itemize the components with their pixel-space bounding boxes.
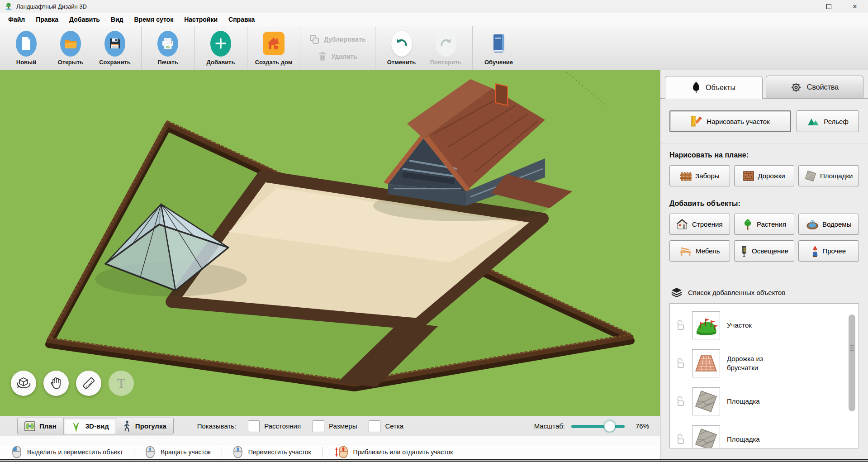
menu-daytime[interactable]: Время суток [128, 16, 179, 23]
plants-button[interactable]: Растения [734, 214, 795, 235]
scale-control: Масштаб: 76% [534, 421, 649, 432]
close-button[interactable]: ✕ [842, 0, 868, 13]
maximize-button[interactable] [816, 0, 842, 13]
title-bar: Ландшафтный Дизайн 3D — ✕ [0, 0, 868, 13]
checkbox-grid[interactable]: Сетка [369, 420, 403, 432]
distances-checkbox[interactable] [248, 420, 260, 432]
draw-on-plan-heading: Нарисовать на плане: [669, 151, 859, 159]
grid-checkbox[interactable] [369, 420, 380, 432]
window-title: Ландшафтный Дизайн 3D [16, 3, 87, 10]
buildings-button[interactable]: Строения [669, 214, 730, 235]
training-book-icon [488, 30, 510, 57]
tree-silhouette-icon [692, 82, 700, 94]
tab-properties[interactable]: Свойства [766, 76, 863, 98]
list-item-label: Дорожка из брусчатки [727, 354, 795, 373]
print-button[interactable]: Печать [147, 30, 189, 66]
mouse-wheel-icon [233, 446, 243, 458]
layers-icon [671, 287, 682, 297]
open-folder-icon [60, 31, 81, 57]
undo-icon [391, 31, 412, 57]
objects-list[interactable]: Участок Дорожка из брусчатки Площадка [669, 303, 859, 448]
objects-list-scrollbar[interactable] [849, 314, 855, 435]
show-label: Показывать: [197, 422, 237, 430]
create-house-button[interactable]: Создать дом [253, 30, 294, 66]
hint-separator [222, 447, 222, 457]
menu-settings[interactable]: Настройки [179, 16, 223, 23]
plot-actions-row: Нарисовать участок Рельеф [669, 110, 859, 132]
new-button[interactable]: Новый [5, 30, 47, 66]
pan-tool-button[interactable] [43, 371, 69, 396]
list-item-stone-area[interactable]: Площадка [670, 420, 859, 448]
menu-edit[interactable]: Правка [30, 16, 64, 23]
window-controls: — ✕ [789, 0, 868, 13]
furniture-button[interactable]: Мебель [669, 240, 730, 262]
text-tool-letter: T [117, 376, 125, 391]
add-objects-row-2: Мебель Освещение Прочее [669, 240, 859, 262]
delete-button[interactable]: Удалить [318, 52, 357, 62]
toolbar-add-group: Добавить [194, 26, 247, 70]
fences-button[interactable]: Заборы [669, 165, 730, 186]
measure-tool-button[interactable] [76, 371, 101, 396]
tab-plan-view[interactable]: План [18, 418, 64, 434]
scale-slider[interactable] [571, 421, 625, 432]
menu-view[interactable]: Вид [105, 16, 129, 23]
stone-area-thumbnail [692, 425, 720, 448]
open-button[interactable]: Открыть [50, 30, 91, 66]
checkbox-sizes[interactable]: Размеры [313, 420, 357, 432]
mouse-left-button-icon [12, 446, 22, 458]
toolbar-edit-group: Дублировать Удалить [300, 26, 375, 70]
duplicate-button[interactable]: Дублировать [309, 34, 366, 44]
areas-button[interactable]: Площадки [798, 165, 859, 186]
list-item-plot[interactable]: Участок [670, 306, 859, 344]
draw-plot-button[interactable]: Нарисовать участок [669, 110, 791, 132]
mountains-icon [807, 116, 820, 126]
training-button[interactable]: Обучение [478, 30, 520, 66]
menu-add[interactable]: Добавить [64, 16, 105, 23]
add-button[interactable]: Добавить [200, 30, 242, 66]
water-button[interactable]: Водоемы [798, 214, 859, 235]
menu-file[interactable]: Файл [3, 16, 30, 23]
grass-3d-icon [71, 421, 81, 432]
scale-label: Масштаб: [534, 422, 565, 430]
tab-walk-view[interactable]: Прогулка [116, 418, 173, 434]
printer-icon [157, 31, 178, 57]
minimize-button[interactable]: — [789, 0, 816, 13]
scale-slider-track[interactable] [571, 425, 625, 428]
walking-person-icon [123, 420, 131, 432]
redo-button[interactable]: Повторить [425, 30, 467, 66]
lighting-button[interactable]: Освещение [734, 240, 795, 262]
house-icon [263, 32, 285, 55]
window-bottom-edge [0, 459, 868, 462]
duplicate-icon [309, 34, 319, 44]
status-bar: Выделить и переместить объект Вращать уч… [0, 444, 660, 460]
list-item-paved-path[interactable]: Дорожка из брусчатки [670, 344, 859, 382]
unlock-icon [676, 396, 685, 407]
text-tool-button[interactable]: T [109, 371, 134, 396]
other-button[interactable]: Прочее [798, 240, 859, 262]
list-item-label: Участок [727, 321, 795, 330]
toolbar-create-house-group: Создать дом [247, 26, 300, 70]
tab-objects[interactable]: Объекты [665, 76, 763, 99]
scrollbar-thumb[interactable] [849, 314, 855, 411]
menu-help[interactable]: Справка [223, 16, 260, 23]
checkbox-distances[interactable]: Расстояния [248, 420, 301, 432]
list-item-stone-area[interactable]: Площадка [670, 382, 859, 420]
bottom-gap [0, 436, 660, 444]
bench-icon [679, 246, 692, 256]
relief-button[interactable]: Рельеф [797, 110, 859, 132]
viewport-tools: T [11, 371, 134, 396]
scale-slider-thumb[interactable] [604, 421, 615, 432]
orbit-tool-button[interactable] [11, 371, 36, 396]
viewport-scene [0, 70, 660, 416]
toolbar-print-group: Печать [142, 26, 194, 70]
save-button[interactable]: Сохранить [94, 30, 136, 66]
toolbar-undo-group: Отменить Повторить [375, 26, 473, 70]
paved-path-thumbnail [692, 349, 720, 377]
sizes-checkbox[interactable] [313, 420, 324, 432]
paths-button[interactable]: Дорожки [734, 165, 795, 186]
add-objects-heading: Добавить объекты: [669, 200, 859, 208]
viewport-3d[interactable]: T [0, 70, 660, 416]
undo-button[interactable]: Отменить [381, 30, 422, 66]
hint-select-move: Выделить и переместить объект [12, 446, 123, 458]
tab-3d-view[interactable]: 3D-вид [64, 418, 116, 434]
